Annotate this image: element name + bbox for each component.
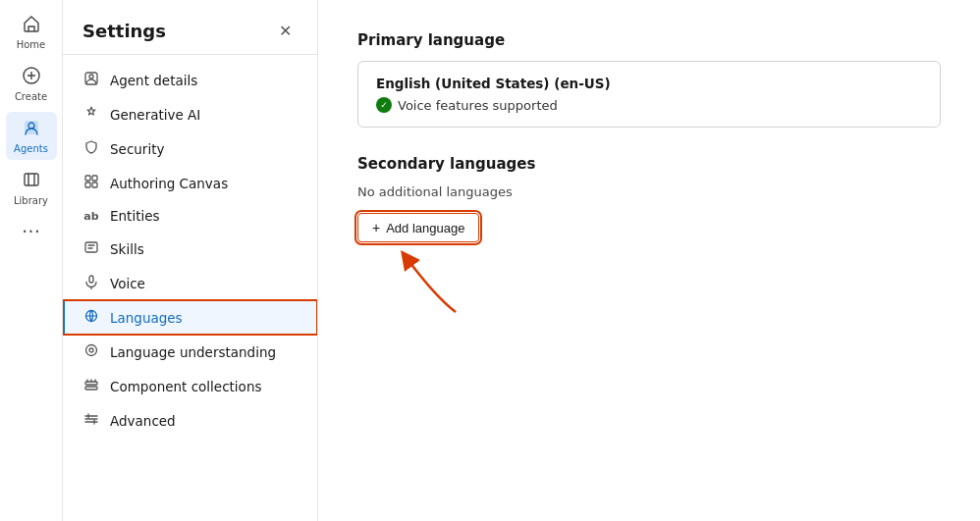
languages-icon	[82, 308, 100, 327]
svg-rect-8	[85, 182, 90, 187]
sidebar-item-security-label: Security	[110, 141, 164, 157]
home-label: Home	[17, 39, 46, 50]
sidebar-item-agent-details[interactable]: Agent details	[63, 63, 317, 97]
more-button[interactable]: ···	[22, 220, 40, 243]
svg-rect-7	[92, 176, 97, 181]
add-language-label: Add language	[386, 221, 464, 235]
svg-rect-9	[92, 182, 97, 187]
sidebar-item-advanced-label: Advanced	[110, 413, 176, 429]
generative-ai-icon	[82, 105, 100, 124]
svg-point-14	[89, 348, 93, 352]
primary-language-card: English (United States) (en-US) ✓ Voice …	[357, 61, 941, 128]
library-label: Library	[14, 195, 48, 206]
nav-item-home[interactable]: Home	[6, 8, 57, 56]
library-icon	[22, 170, 41, 193]
entities-icon: ab	[82, 210, 100, 223]
sidebar-item-generative-ai-label: Generative AI	[110, 107, 200, 123]
sidebar-item-authoring-canvas[interactable]: Authoring Canvas	[63, 166, 317, 200]
create-label: Create	[15, 91, 47, 102]
nav-item-library[interactable]: Library	[6, 164, 57, 212]
sidebar-item-skills-label: Skills	[110, 241, 144, 257]
sidebar-title: Settings	[82, 21, 166, 41]
svg-rect-11	[89, 276, 93, 283]
sidebar: Settings ✕ Agent details Generative AI S…	[63, 0, 318, 521]
sidebar-menu: Agent details Generative AI Security Aut…	[63, 55, 317, 445]
sidebar-item-voice[interactable]: Voice	[63, 266, 317, 300]
close-button[interactable]: ✕	[273, 20, 298, 42]
sidebar-item-voice-label: Voice	[110, 276, 145, 291]
nav-bar: Home Create Agents Library ···	[0, 0, 63, 521]
svg-rect-6	[85, 176, 90, 181]
main-content: Primary language English (United States)…	[318, 0, 980, 521]
sidebar-item-generative-ai[interactable]: Generative AI	[63, 97, 317, 131]
add-language-plus-icon: +	[372, 220, 380, 235]
sidebar-item-language-understanding[interactable]: Language understanding	[63, 335, 317, 369]
check-circle-icon: ✓	[376, 97, 392, 113]
arrow-annotation	[377, 248, 465, 317]
voice-support-row: ✓ Voice features supported	[376, 97, 922, 113]
svg-rect-16	[85, 387, 97, 390]
authoring-canvas-icon	[82, 174, 100, 192]
sidebar-item-entities[interactable]: ab Entities	[63, 200, 317, 232]
sidebar-header: Settings ✕	[63, 0, 317, 55]
sidebar-item-languages-label: Languages	[110, 310, 183, 326]
sidebar-item-security[interactable]: Security	[63, 131, 317, 166]
sidebar-item-skills[interactable]: Skills	[63, 232, 317, 266]
create-icon	[22, 66, 41, 89]
agents-icon	[22, 118, 41, 141]
skills-icon	[82, 239, 100, 258]
sidebar-item-languages[interactable]: Languages	[63, 300, 317, 335]
primary-language-name: English (United States) (en-US)	[376, 76, 922, 91]
add-language-wrapper: + Add language	[357, 213, 479, 242]
sidebar-item-component-collections[interactable]: Component collections	[63, 369, 317, 403]
voice-support-label: Voice features supported	[398, 98, 558, 113]
secondary-languages-section: Secondary languages No additional langua…	[357, 155, 941, 242]
nav-item-create[interactable]: Create	[6, 60, 57, 108]
svg-rect-3	[25, 174, 38, 185]
sidebar-item-component-collections-label: Component collections	[110, 379, 261, 394]
security-icon	[82, 139, 100, 158]
sidebar-item-agent-details-label: Agent details	[110, 73, 197, 88]
language-understanding-icon	[82, 342, 100, 361]
sidebar-item-entities-label: Entities	[110, 208, 160, 224]
component-collections-icon	[82, 377, 100, 395]
secondary-languages-title: Secondary languages	[357, 155, 941, 173]
home-icon	[22, 14, 41, 37]
primary-language-title: Primary language	[357, 31, 941, 49]
sidebar-item-authoring-canvas-label: Authoring Canvas	[110, 176, 228, 191]
add-language-button[interactable]: + Add language	[357, 213, 479, 242]
advanced-icon	[82, 411, 100, 430]
sidebar-item-language-understanding-label: Language understanding	[110, 344, 276, 360]
sidebar-item-advanced[interactable]: Advanced	[63, 403, 317, 438]
svg-rect-10	[85, 242, 97, 252]
no-additional-label: No additional languages	[357, 184, 941, 199]
svg-point-5	[89, 75, 93, 78]
nav-item-agents[interactable]: Agents	[6, 112, 57, 160]
svg-point-13	[86, 345, 97, 356]
agent-details-icon	[82, 71, 100, 89]
agents-label: Agents	[14, 143, 48, 154]
voice-icon	[82, 274, 100, 292]
